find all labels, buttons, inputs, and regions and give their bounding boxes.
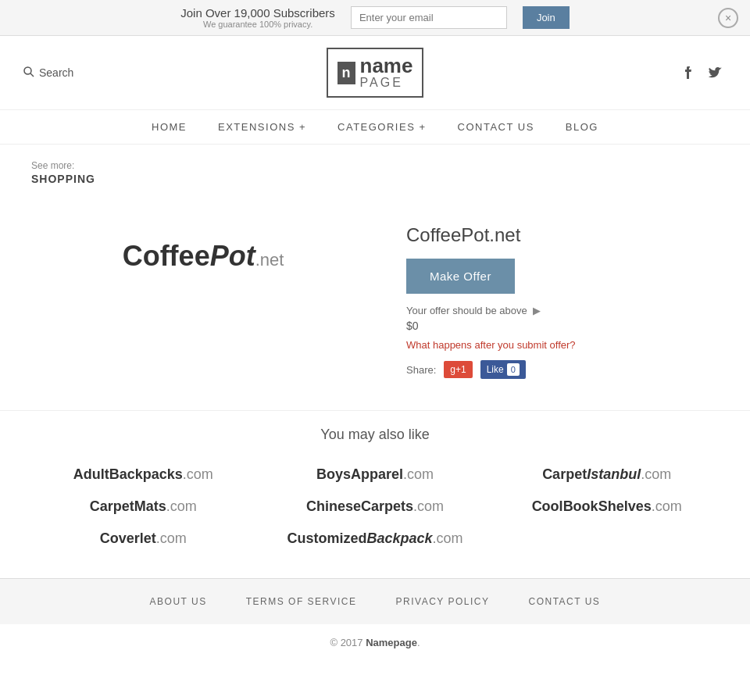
footer-about-us[interactable]: ABOUT US [150,596,207,607]
suggestion-ext: .com [166,498,197,514]
main-nav: HOME EXTENSIONS + CATEGORIES + CONTACT U… [0,110,750,145]
social-icons [492,62,727,84]
suggestion-bold: Customized [287,530,366,546]
suggestion-ext: .com [652,498,682,514]
search-label: Search [39,66,73,79]
nav-item-blog[interactable]: BLOG [566,121,598,133]
suggestion-item[interactable]: BoysApparel.com [316,466,434,483]
suggestion-bold: Chinese [306,498,361,514]
suggestion-rest: Backpacks [109,466,183,482]
footer-terms[interactable]: TERMS OF SERVICE [246,596,357,607]
banner-subline: We guarantee 100% privacy. [180,20,335,29]
offer-info: Your offer should be above ▶ [406,305,719,316]
banner-close-button[interactable]: × [718,8,738,28]
logo-container: n name PAGE [258,48,492,98]
suggestion-bold: Cool [532,498,563,514]
breadcrumb: See more: SHOPPING [0,145,750,193]
suggestion-item[interactable]: ChineseCarpets.com [306,498,444,515]
make-offer-button[interactable]: Make Offer [406,259,515,294]
offer-price: $0 [406,320,719,332]
suggestion-rest: Apparel [351,466,403,482]
offer-link[interactable]: What happens after you submit offer? [406,339,576,351]
nav-item-home[interactable]: HOME [152,121,187,133]
google-plus-button[interactable]: g+1 [444,361,472,378]
suggestion-ext: .com [433,530,463,546]
banner-text: Join Over 19,000 Subscribers We guarante… [180,6,335,29]
footer-contact[interactable]: CONTACT US [528,596,600,607]
suggestion-bold: Coverlet [100,530,156,546]
copyright-dot: . [417,637,420,648]
suggestion-item[interactable]: Coverlet.com [100,530,187,547]
footer: ABOUT US TERMS OF SERVICE PRIVACY POLICY… [0,578,750,624]
nav-item-extensions[interactable]: EXTENSIONS + [218,121,306,133]
fb-count: 0 [507,363,520,376]
logo-coffee: Coffee [123,240,210,272]
suggestion-bold: Carpet [90,498,134,514]
search-button[interactable]: Search [23,66,258,80]
suggestion-bold: Adult [73,466,109,482]
svg-point-0 [24,67,31,74]
logo-name: name [360,55,413,76]
nav-item-categories[interactable]: CATEGORIES + [338,121,426,133]
logo-pot: Pot [210,240,255,272]
share-row: Share: g+1 Like 0 [406,360,719,379]
top-banner: Join Over 19,000 Subscribers We guarante… [0,0,750,36]
facebook-icon[interactable] [675,62,697,84]
offer-above-label: Your offer should be above [406,305,527,316]
footer-privacy[interactable]: PRIVACY POLICY [396,596,490,607]
suggestion-item[interactable]: CarpetIstanbul.com [542,466,671,483]
suggestion-item[interactable]: AdultBackpacks.com [73,466,213,483]
suggestion-rest: BookShelves [563,498,652,514]
logo-page: PAGE [360,76,413,90]
svg-line-1 [30,73,34,77]
domain-logo-section: CoffeePot.net [31,209,375,304]
banner-join-button[interactable]: Join [523,6,570,29]
copyright: © 2017 Namepage. [0,624,750,661]
offer-arrow-icon: ▶ [533,305,541,316]
suggestion-bold: Boys [316,466,351,482]
logo-icon: n [338,62,355,84]
suggestion-item[interactable]: CustomizedBackpack.com [287,530,462,547]
suggestion-rest: Mats [134,498,166,514]
main-content: CoffeePot.net CoffeePot.net Make Offer Y… [0,193,750,410]
suggestion-ext: .com [641,466,671,482]
banner-headline: Join Over 19,000 Subscribers [180,6,335,20]
search-icon [23,66,34,80]
site-logo[interactable]: n name PAGE [327,48,424,98]
suggestions-grid: AdultBackpacks.com BoysApparel.com Carpe… [31,466,719,547]
domain-title: CoffeePot.net [406,224,719,246]
namepage-link[interactable]: Namepage [366,637,417,648]
suggestion-rest: Istanbul [587,466,641,482]
facebook-like-button[interactable]: Like 0 [480,360,526,379]
logo-net: .net [255,250,284,270]
share-label: Share: [406,364,436,376]
see-more-label: See more: [31,160,74,171]
suggestion-bold: Carpet [542,466,587,482]
banner-email-input[interactable] [351,6,507,29]
domain-info-section: CoffeePot.net Make Offer Your offer shou… [406,209,719,379]
suggestion-rest: Carpets [361,498,413,514]
domain-logo-large: CoffeePot.net [123,240,284,273]
nav-item-contact[interactable]: CONTACT US [458,121,534,133]
suggestion-rest: Backpack [366,530,432,546]
suggestions-section: You may also like AdultBackpacks.com Boy… [0,410,750,578]
suggestion-ext: .com [403,466,434,482]
suggestion-ext: .com [156,530,187,546]
breadcrumb-shopping[interactable]: SHOPPING [31,173,719,185]
suggestion-item[interactable]: CoolBookShelves.com [532,498,682,515]
suggestion-item[interactable]: CarpetMats.com [90,498,197,515]
header: Search n name PAGE [0,36,750,110]
suggestion-ext: .com [183,466,213,482]
logo-text: name PAGE [360,55,413,90]
twitter-icon[interactable] [705,62,727,84]
copyright-text: © 2017 [330,637,366,648]
fb-like-label: Like [487,364,504,375]
suggestion-ext: .com [413,498,444,514]
suggestions-title: You may also like [31,427,719,443]
